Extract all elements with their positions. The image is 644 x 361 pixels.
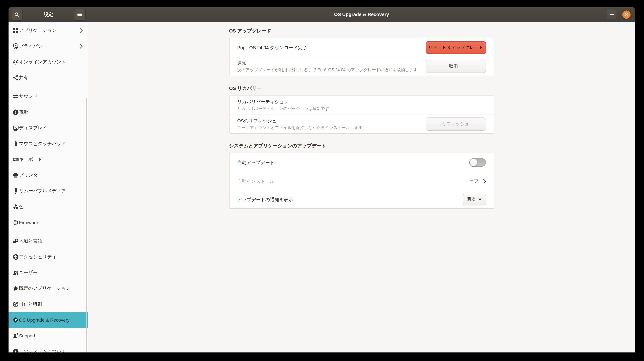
dismiss-notification-button[interactable]: 取消し	[426, 60, 486, 73]
sidebar-scrollbar[interactable]	[86, 98, 87, 352]
settings-section: OS アップグレード Pop!_OS 24.04 ダウンロード完了 リブート &…	[229, 28, 494, 76]
reboot-upgrade-button[interactable]: リブート & アップグレード	[426, 41, 486, 54]
page-title: OS Upgrade & Recovery	[88, 12, 635, 17]
sidebar-item-mouse-touchpad[interactable]: マウスとタッチパッド	[8, 136, 88, 152]
settings-row: 通知 次のアップグレードが利用可能になるまで Pop!_OS 24.04 のアッ…	[229, 57, 494, 76]
sidebar-item-sound[interactable]: サウンド	[8, 89, 88, 104]
close-button[interactable]	[622, 10, 630, 19]
upgrade-burst-icon	[12, 317, 19, 323]
section-heading: OS アップグレード	[229, 28, 494, 34]
toggle-knob	[470, 159, 477, 167]
mouse-icon	[12, 140, 19, 147]
sidebar-item-label: Support	[19, 333, 35, 338]
sidebar-item-os-upgrade[interactable]: OS Upgrade & Recovery	[8, 312, 88, 328]
main-panel: OS アップグレード Pop!_OS 24.04 ダウンロード完了 リブート &…	[88, 22, 635, 352]
sidebar-item-printers[interactable]: プリンター	[8, 167, 88, 183]
sidebar-item-label: 電源	[19, 109, 28, 115]
sidebar-item-label: オンラインアカウント	[19, 59, 66, 65]
share-icon	[12, 75, 19, 81]
sidebar-item-datetime[interactable]: 日付と時刻	[8, 296, 88, 312]
at-sign-icon	[12, 59, 19, 65]
sidebar-item-label: このシステムについて	[19, 348, 66, 352]
sidebar-item-label: Firmware	[19, 220, 38, 225]
sidebar-item-label: マウスとタッチパッド	[19, 141, 66, 147]
sidebar-item-label: プライバシー	[19, 43, 47, 49]
titlebar-right: OS Upgrade & Recovery	[88, 7, 635, 22]
row-control	[469, 158, 486, 167]
sidebar-item-privacy[interactable]: プライバシー	[8, 38, 88, 54]
desktop: 設定 OS Upgrade & Recovery	[0, 0, 644, 361]
sidebar-item-color[interactable]: 色	[8, 199, 88, 215]
settings-row: Pop!_OS 24.04 ダウンロード完了 リブート & アップグレード	[229, 38, 494, 57]
settings-row: アップデートの通知を表示 週次	[229, 190, 494, 209]
sidebar-item-label: キーボード	[19, 157, 42, 162]
row-control: 取消し	[426, 60, 486, 73]
sidebar-item-label: アプリケーション	[19, 28, 56, 34]
row-subtitle: リカバリパーティションのバージョンは最新です	[237, 106, 480, 112]
sidebar-item-sharing[interactable]: 共有	[8, 70, 88, 86]
sidebar-item-support[interactable]: Support	[8, 328, 88, 343]
sidebar-item-label: サウンド	[19, 94, 38, 99]
settings-row: 自動アップデート	[229, 153, 494, 172]
info-icon	[12, 348, 19, 352]
settings-section: OS リカバリー リカバリパーティション リカバリパーティションのバージョンは最…	[229, 85, 494, 134]
auto-install-row[interactable]: 自動インストール オフ	[229, 172, 494, 190]
sidebar-separator	[8, 232, 88, 232]
sidebar-item-removable-media[interactable]: リムーバブルメディア	[8, 183, 88, 199]
auto-updates-toggle[interactable]	[469, 158, 486, 167]
sidebar-item-label: 色	[19, 204, 24, 210]
minimize-button[interactable]	[606, 10, 616, 19]
titlebar-left: 設定	[8, 7, 88, 22]
chevron-right-icon	[78, 28, 83, 33]
sidebar-item-display[interactable]: ディスプレイ	[8, 120, 88, 136]
hamburger-icon	[78, 13, 82, 16]
search-button[interactable]	[11, 9, 23, 20]
row-subtitle: 次のアップグレードが利用可能になるまで Pop!_OS 24.04 のアップグレ…	[237, 68, 420, 73]
sidebar-item-keyboard[interactable]: キーボード	[8, 152, 88, 167]
row-control: リフレッシュ	[426, 118, 486, 131]
privacy-shield-icon	[12, 43, 19, 50]
row-value: オフ	[470, 178, 478, 184]
row-title: リカバリパーティション	[237, 99, 480, 105]
sidebar-item-region-language[interactable]: 地域と言語	[8, 233, 88, 249]
sidebar-item-applications[interactable]: アプリケーション	[8, 23, 88, 38]
sidebar-item-label: ユーザー	[19, 270, 38, 276]
sidebar-item-label: リムーバブルメディア	[19, 188, 66, 194]
chip-icon	[12, 219, 19, 226]
printer-icon	[12, 172, 19, 179]
settings-card: 自動アップデート 自動インストール オフ アップデートの通知を表示 週次	[229, 153, 494, 209]
row-subtitle: ユーザアカウントとファイルを保持しながら再インストールします	[237, 125, 420, 131]
sidebar-item-accessibility[interactable]: アクセシビリティ	[8, 249, 88, 265]
display-icon	[12, 125, 19, 131]
sidebar-item-label: 共有	[19, 75, 28, 81]
update-notification-frequency-dropdown[interactable]: 週次	[462, 194, 486, 205]
clock-icon	[12, 301, 19, 307]
menu-button[interactable]	[74, 9, 86, 20]
sidebar-item-power[interactable]: 電源	[8, 104, 88, 120]
refresh-os-button[interactable]: リフレッシュ	[426, 118, 486, 131]
sidebar-item-firmware[interactable]: Firmware	[8, 215, 88, 230]
row-control: 週次	[462, 194, 486, 205]
sidebar-item-about[interactable]: このシステムについて	[8, 343, 88, 352]
search-icon	[14, 12, 20, 17]
sidebar-item-default-apps[interactable]: 既定のアプリケーション	[8, 281, 88, 296]
sidebar-separator	[8, 87, 88, 87]
window-body: アプリケーション プライバシー オンラインアカウント 共有 サウンド 電源 ディ…	[8, 22, 635, 352]
color-circles-icon	[12, 203, 19, 210]
settings-window: 設定 OS Upgrade & Recovery	[8, 7, 635, 352]
settings-row: OSのリフレッシュ ユーザアカウントとファイルを保持しながら再インストールします…	[229, 114, 494, 133]
settings-section: システムとアプリケーションのアップデート 自動アップデート 自動インストール オ…	[229, 143, 494, 209]
sidebar-item-label: OS Upgrade & Recovery	[19, 317, 70, 323]
sidebar-item-users[interactable]: ユーザー	[8, 265, 88, 281]
support-person-icon	[12, 332, 19, 339]
sidebar-item-label: ディスプレイ	[19, 125, 47, 131]
chevron-right-icon	[78, 44, 83, 49]
close-icon	[624, 12, 628, 17]
star-icon	[12, 285, 19, 292]
settings-card: Pop!_OS 24.04 ダウンロード完了 リブート & アップグレード 通知…	[229, 38, 494, 76]
row-control: オフ	[470, 178, 486, 184]
settings-card: リカバリパーティション リカバリパーティションのバージョンは最新です OSのリフ…	[229, 96, 494, 134]
users-icon	[12, 269, 19, 276]
sidebar-item-label: 地域と言語	[19, 238, 42, 244]
sidebar-item-online-accounts[interactable]: オンラインアカウント	[8, 54, 88, 70]
